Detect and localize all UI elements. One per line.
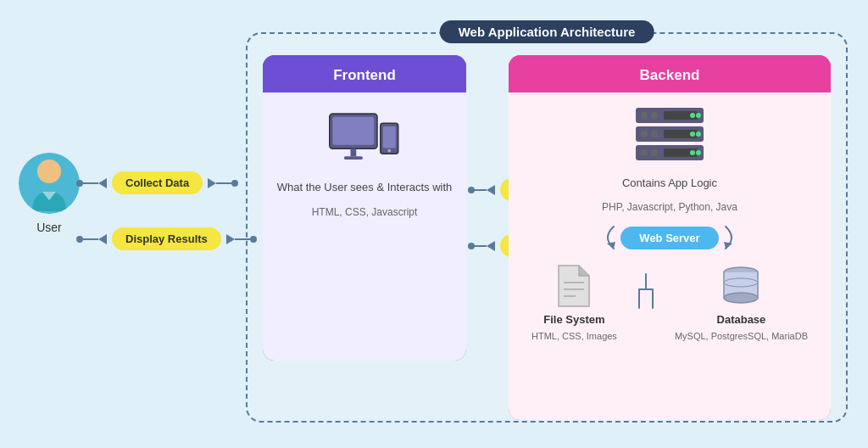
web-server-arrow-right [724,225,741,250]
dot-left-collect [76,180,83,187]
dot-left-request [468,187,475,193]
backend-box: Backend [509,55,831,420]
line-display-2 [235,238,250,240]
svg-point-12 [690,113,695,118]
svg-point-13 [696,113,701,118]
monitor-icon [326,109,403,169]
svg-point-0 [37,160,61,183]
web-server-arrow-left [598,225,615,250]
server-rack-svg [632,106,708,165]
backend-desc: Contains App Logic [622,176,717,191]
database-label: Database [717,313,766,326]
frontend-desc: What the User sees & Interacts with [277,179,453,196]
arrowhead-request-left [487,185,495,195]
user-label: User [36,221,62,234]
file-system-icon [555,264,593,308]
svg-point-25 [696,150,701,155]
dot-left-display [76,236,83,243]
file-system-item: File System HTML, CSS, Images [531,264,617,341]
file-system-label: File System [543,313,604,326]
frontend-header: Frontend [263,55,466,92]
svg-point-9 [641,112,648,119]
display-results-label: Display Results [112,227,221,250]
arrowhead-collect-left [98,178,107,188]
dot-left-response [468,243,475,249]
web-server-row: Web Server [598,225,740,250]
svg-point-10 [651,112,658,119]
line-collect-1 [83,182,98,184]
arrowhead-collect-right [208,178,216,188]
web-server-badge: Web Server [620,227,718,249]
user-section: User [19,153,80,234]
svg-point-24 [690,150,695,155]
svg-point-15 [641,131,648,137]
arrowhead-display-left [98,234,107,244]
collect-data-label: Collect Data [112,171,203,194]
diagram-container: Web Application Architecture User Collec… [0,0,868,448]
svg-point-16 [651,131,658,137]
storage-connector-svg [637,272,654,310]
svg-rect-4 [344,156,363,160]
svg-point-21 [641,149,648,156]
dot-right-collect [231,180,238,187]
svg-rect-6 [383,126,396,148]
database-tech: MySQL, PostgresSQL, MariaDB [675,331,808,341]
dot-right-display [250,236,257,243]
svg-point-7 [387,149,391,153]
svg-point-19 [696,132,701,137]
backend-tech: PHP, Javascript, Python, Java [602,201,737,213]
display-results-row: Display Results [76,227,257,250]
arrowhead-display-right [226,234,235,244]
storage-connector [637,272,654,310]
collect-data-row: Collect Data [76,171,238,194]
line-display-1 [83,238,98,240]
file-system-tech: HTML, CSS, Images [531,331,617,341]
line-response-1 [475,245,487,247]
avatar [19,153,80,214]
frontend-tech: HTML, CSS, Javascript [312,206,418,218]
line-collect-2 [216,182,231,184]
svg-rect-3 [351,148,357,156]
backend-content: Contains App Logic PHP, Javascript, Pyth… [509,92,831,420]
svg-point-18 [690,132,695,137]
arrowhead-response-left [487,241,495,251]
frontend-box: Frontend What the User sees & Interacts … [263,55,466,361]
backend-header: Backend [509,55,831,92]
line-request-1 [475,189,487,191]
svg-rect-2 [333,117,375,145]
database-icon [719,264,763,308]
server-icon [632,106,708,165]
database-item: Database MySQL, PostgresSQL, MariaDB [675,264,808,341]
svg-point-22 [651,149,658,156]
frontend-content: What the User sees & Interacts with HTML… [263,92,466,361]
storage-row: File System HTML, CSS, Images [531,264,808,341]
svg-point-33 [724,293,758,303]
architecture-title: Web Application Architecture [440,20,654,43]
